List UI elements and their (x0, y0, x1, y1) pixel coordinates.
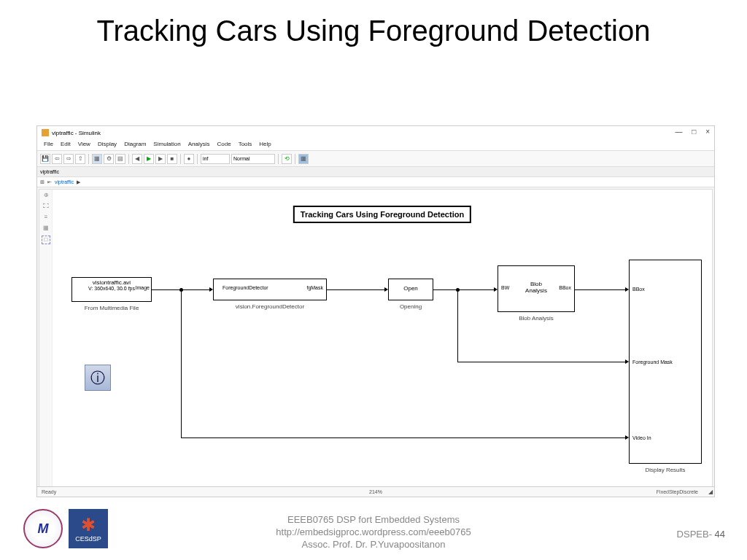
build-icon[interactable]: ▦ (298, 154, 309, 164)
menu-tools[interactable]: Tools (235, 139, 256, 150)
label-display: Display Results (629, 467, 702, 473)
palette: ⊕ ⛶ ≡ ▦ □ (39, 190, 53, 487)
simulink-window: viptraffic - Simulink — □ × File Edit Vi… (36, 125, 715, 497)
area-icon[interactable]: □ (42, 236, 50, 244)
block-from-multimedia-file[interactable]: visiontraffic.avi V: 360x640, 30.0 fps I… (71, 277, 152, 302)
menu-file[interactable]: File (40, 139, 57, 150)
label-opening: Opening (388, 303, 433, 310)
model-info-block[interactable]: ⓘ (85, 365, 111, 391)
footer-url: http://embedsigproc.wordpress.com/eeeb07… (276, 526, 471, 539)
breadcrumb-arrow-icon: ▶ (77, 179, 80, 185)
menu-diagram[interactable]: Diagram (120, 139, 150, 150)
menu-help[interactable]: Help (255, 139, 274, 150)
step-back-icon[interactable]: ◀ (132, 154, 142, 164)
arrowhead-icon (384, 287, 388, 292)
menu-simulation[interactable]: Simulation (150, 139, 184, 150)
breadcrumb-model[interactable]: viptraffic (55, 179, 74, 184)
cesdsp-logo: ✱ CESdSP (69, 509, 108, 548)
page-code: DSPEB- (677, 529, 712, 540)
diagram-title-box: Tracking Cars Using Foreground Detection (293, 206, 471, 223)
nav-model-icon[interactable]: ⊞ (40, 179, 44, 185)
status-left: Ready (42, 489, 56, 494)
port-fgmask-in: Foreground Mask (632, 359, 673, 365)
stop-icon[interactable]: ■ (167, 154, 177, 164)
branch-node (456, 288, 460, 292)
model-config-icon[interactable]: ⚙ (104, 154, 114, 164)
statusbar: Ready 214% FixedStepDiscrete ◢ (37, 486, 714, 497)
arrowhead-icon (625, 435, 629, 440)
label-blob: Blob Analysis (498, 315, 575, 322)
menu-code[interactable]: Code (214, 139, 235, 150)
nav-hide-icon[interactable]: ⇤ (47, 179, 52, 185)
menu-view[interactable]: View (74, 139, 94, 150)
record-icon[interactable]: ● (184, 154, 194, 164)
model-canvas[interactable]: Tracking Cars Using Foreground Detection… (53, 190, 712, 487)
port-videoin: Video In (632, 435, 651, 440)
footer-course: EEEB0765 DSP fort Embedded Systems (276, 514, 471, 526)
step-fwd-icon[interactable]: ▶ (155, 154, 166, 164)
fast-restart-icon[interactable]: ⟲ (282, 154, 292, 164)
footer-author: Assoc. Prof. Dr. P.Yuvapoositanon (276, 539, 471, 551)
arrowhead-icon (494, 287, 498, 292)
arrowhead-icon (625, 287, 629, 292)
port-bbox-in: BBox (632, 287, 645, 292)
save-icon[interactable]: 💾 (40, 154, 50, 164)
window-titlebar: viptraffic - Simulink — □ × (37, 126, 714, 139)
wire (181, 438, 625, 438)
maximize-button[interactable]: □ (692, 128, 696, 136)
label-fgdet: vision.ForegroundDetector (213, 303, 327, 310)
menu-analysis[interactable]: Analysis (185, 139, 214, 150)
status-solver: FixedStepDiscrete (657, 489, 698, 494)
close-button[interactable]: × (705, 128, 710, 136)
slide-footer: EEEB0765 DSP fort Embedded Systems http:… (276, 514, 471, 551)
logo2-text: CESdSP (75, 535, 101, 542)
run-icon[interactable]: ▶ (144, 154, 154, 164)
canvas-area: ⊕ ⛶ ≡ ▦ □ Tracking Cars Using Foreground… (39, 189, 713, 488)
menu-display[interactable]: Display (94, 139, 120, 150)
wire (575, 289, 625, 290)
block-display-results[interactable]: BBox Foreground Mask Video In (629, 260, 702, 464)
explorer-icon[interactable]: ▤ (115, 154, 125, 164)
status-zoom: 214% (369, 489, 382, 494)
wire (433, 289, 494, 290)
fit-icon[interactable]: ⛶ (42, 203, 50, 211)
label-from-multimedia: From Multimedia File (71, 305, 152, 311)
branch-node (179, 288, 183, 292)
wire (457, 362, 625, 362)
slide-title: Tracking Cars Using Foreground Detection (0, 0, 747, 54)
fgdet-name: ForegroundDetector (222, 285, 268, 290)
tab-viptraffic[interactable]: viptraffic (40, 169, 59, 174)
app-icon (42, 129, 49, 136)
library-icon[interactable]: ▦ (92, 154, 102, 164)
port-bbox-out: BBox (559, 285, 571, 290)
up-icon[interactable]: ⇧ (75, 154, 85, 164)
stop-time-field[interactable]: inf (201, 154, 230, 164)
block-blob-analysis[interactable]: BW Blob Analysis BBox (498, 265, 575, 312)
spark-icon: ✱ (81, 515, 96, 535)
block-foreground-detector[interactable]: ForegroundDetector fgMask (213, 279, 327, 300)
fwd-icon[interactable]: ⇨ (63, 154, 74, 164)
resize-grip-icon[interactable]: ◢ (708, 489, 713, 495)
port-fgmask: fgMask (306, 285, 323, 290)
sim-mode-select[interactable]: Normal (231, 154, 275, 164)
window-title: viptraffic - Simulink (52, 130, 101, 136)
wire (181, 289, 182, 438)
menu-edit[interactable]: Edit (57, 139, 74, 150)
back-icon[interactable]: ⇦ (52, 154, 62, 164)
zoom-in-icon[interactable]: ⊕ (42, 192, 50, 201)
page-number: 44 (715, 529, 725, 540)
image-icon[interactable]: ▦ (42, 225, 50, 233)
block-open[interactable]: Open (388, 279, 433, 300)
arrowhead-icon (625, 359, 629, 364)
port-image: Image (136, 285, 150, 290)
toolbar: 💾 ⇦ ⇨ ⇧ ▦ ⚙ ▤ ◀ ▶ ▶ ■ ● inf Normal ⟲ ▦ (37, 151, 714, 167)
menubar: File Edit View Display Diagram Simulatio… (37, 139, 714, 151)
university-logo: M (23, 509, 63, 548)
arrowhead-icon (209, 287, 213, 292)
breadcrumb: ⊞ ⇤ viptraffic ▶ (37, 177, 714, 187)
wire (327, 289, 384, 290)
minimize-button[interactable]: — (676, 128, 683, 136)
tab-bar: viptraffic (37, 167, 714, 177)
wire (457, 289, 458, 362)
annotation-icon[interactable]: ≡ (42, 214, 50, 222)
